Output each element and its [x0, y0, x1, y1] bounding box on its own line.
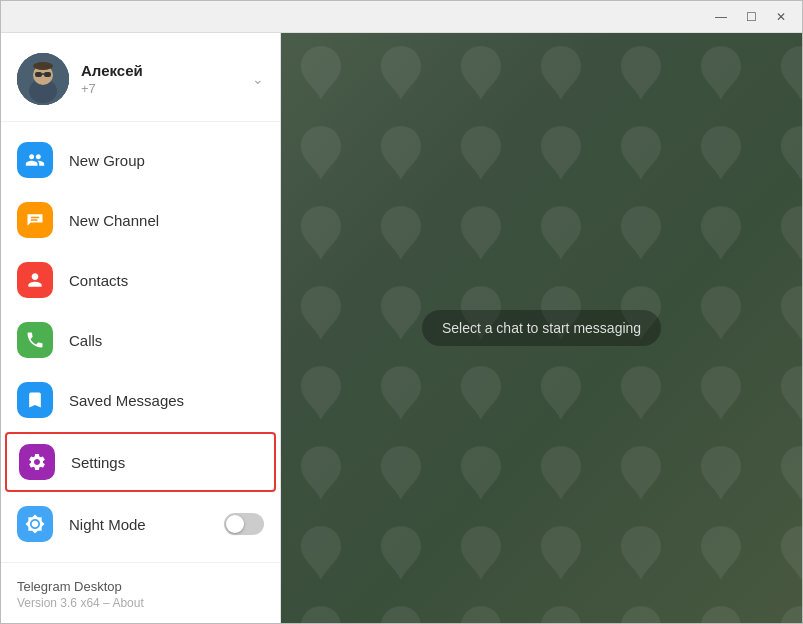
- channel-icon: [17, 202, 53, 238]
- app-name: Telegram Desktop: [17, 579, 264, 594]
- avatar-svg: [17, 53, 69, 105]
- sidebar-item-new-group[interactable]: New Group: [1, 130, 280, 190]
- contacts-label: Contacts: [69, 272, 128, 289]
- settings-label: Settings: [71, 454, 125, 471]
- sidebar-footer: Telegram Desktop Version 3.6 x64 – About: [1, 562, 280, 623]
- app-version: Version 3.6 x64 – About: [17, 596, 264, 610]
- user-profile[interactable]: Алексей +7 ⌄: [1, 33, 280, 122]
- night-mode-toggle[interactable]: [224, 513, 264, 535]
- night-mode-label: Night Mode: [69, 516, 146, 533]
- minimize-button[interactable]: —: [708, 7, 734, 27]
- chevron-down-icon: ⌄: [252, 71, 264, 87]
- app-window: — ☐ ✕: [0, 0, 803, 624]
- svg-rect-4: [35, 72, 42, 77]
- select-chat-message: Select a chat to start messaging: [422, 310, 661, 346]
- avatar: [17, 53, 69, 105]
- night-mode-icon: [17, 506, 53, 542]
- menu-list: New Group New Channel: [1, 122, 280, 562]
- svg-point-7: [33, 62, 53, 70]
- sidebar-item-contacts[interactable]: Contacts: [1, 250, 280, 310]
- group-icon: [17, 142, 53, 178]
- new-channel-label: New Channel: [69, 212, 159, 229]
- maximize-button[interactable]: ☐: [738, 7, 764, 27]
- night-mode-left: Night Mode: [17, 506, 146, 542]
- saved-icon: [17, 382, 53, 418]
- about-link[interactable]: About: [112, 596, 143, 610]
- new-group-label: New Group: [69, 152, 145, 169]
- title-bar: — ☐ ✕: [1, 1, 802, 33]
- chat-area: Select a chat to start messaging: [281, 33, 802, 623]
- saved-messages-label: Saved Messages: [69, 392, 184, 409]
- calls-icon: [17, 322, 53, 358]
- close-button[interactable]: ✕: [768, 7, 794, 27]
- user-phone: +7: [81, 81, 143, 96]
- user-name: Алексей: [81, 62, 143, 79]
- calls-label: Calls: [69, 332, 102, 349]
- user-profile-left: Алексей +7: [17, 53, 143, 105]
- sidebar-item-night-mode[interactable]: Night Mode: [1, 494, 280, 554]
- sidebar-item-settings[interactable]: Settings: [5, 432, 276, 492]
- user-info: Алексей +7: [81, 62, 143, 96]
- contacts-icon: [17, 262, 53, 298]
- sidebar: Алексей +7 ⌄ New Group: [1, 33, 281, 623]
- window-controls: — ☐ ✕: [708, 7, 794, 27]
- sidebar-item-calls[interactable]: Calls: [1, 310, 280, 370]
- settings-icon: [19, 444, 55, 480]
- sidebar-item-new-channel[interactable]: New Channel: [1, 190, 280, 250]
- sidebar-item-saved-messages[interactable]: Saved Messages: [1, 370, 280, 430]
- app-body: Алексей +7 ⌄ New Group: [1, 33, 802, 623]
- svg-rect-5: [44, 72, 51, 77]
